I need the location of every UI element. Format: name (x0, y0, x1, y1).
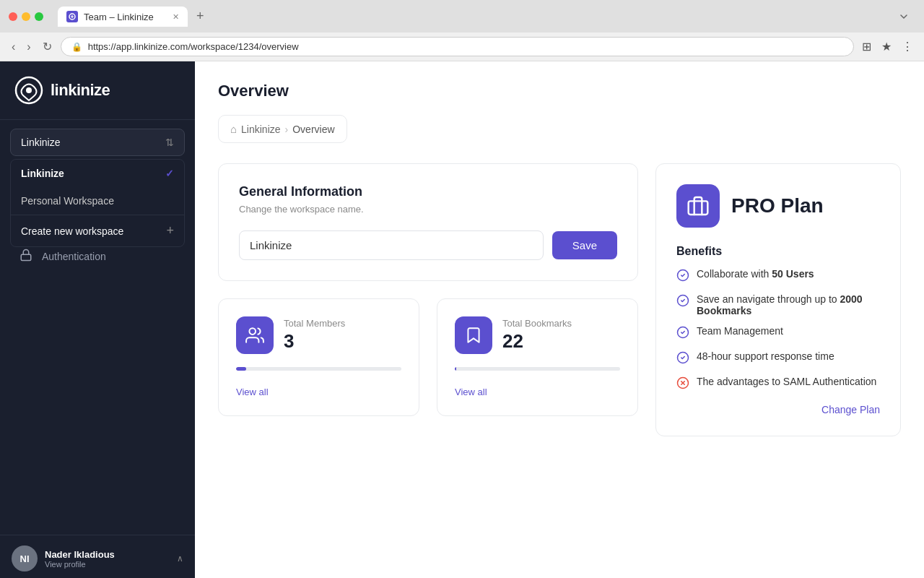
active-tab[interactable]: Team – Linkinize ✕ (58, 7, 188, 27)
create-workspace-label: Create new workspace (21, 225, 123, 237)
avatar-initials: NI (20, 553, 30, 564)
app-container: linkinize Linkinize ⇅ Linkinize ✓ Person… (0, 61, 924, 578)
benefit-item-5: The advantages to SAML Authentication (676, 376, 880, 392)
view-all-members[interactable]: View all (236, 387, 269, 397)
breadcrumb: ⌂ Linkinize › Overview (218, 115, 347, 143)
total-members-value: 3 (284, 330, 345, 353)
general-info-title: General Information (239, 184, 617, 199)
main-content-row: General Information Change the workspace… (218, 163, 901, 436)
stat-header-bookmarks: Total Bookmarks 22 (455, 316, 620, 354)
browser-titlebar: Team – Linkinize ✕ + (0, 0, 924, 33)
key-icon (19, 249, 33, 264)
benefit-text-5: The advantages to SAML Authentication (697, 376, 876, 387)
user-info: Nader Ikladious View profile (45, 549, 170, 569)
workspace-dropdown: Linkinize ⇅ Linkinize ✓ Personal Workspa… (10, 129, 185, 156)
chevron-up-icon[interactable]: ∧ (177, 553, 183, 564)
breadcrumb-separator: › (285, 124, 289, 135)
workspace-trigger[interactable]: Linkinize ⇅ (10, 129, 185, 156)
members-progress-bar (236, 367, 401, 371)
left-column: General Information Change the workspace… (218, 163, 638, 436)
benefit-text-4: 48-hour support response time (697, 350, 834, 362)
general-info-form: Save (239, 230, 617, 260)
back-button[interactable]: ‹ (9, 38, 18, 56)
authentication-label: Authentication (42, 251, 106, 262)
benefit-item-1: Collaborate with 50 Users (676, 268, 880, 285)
benefit-item-4: 48-hour support response time (676, 350, 880, 367)
workspace-personal-label: Personal Workspace (21, 195, 114, 207)
lock-icon: 🔒 (71, 42, 82, 52)
maximize-dot[interactable] (35, 12, 43, 21)
x-circle-icon-5 (676, 376, 689, 392)
workspace-item-linkinize[interactable]: Linkinize ✓ (11, 160, 184, 187)
browser-chrome: Team – Linkinize ✕ + ‹ › ↻ 🔒 https://app… (0, 0, 924, 61)
total-bookmarks-label: Total Bookmarks (502, 318, 572, 329)
logo-text: linkinize (51, 81, 110, 100)
check-circle-icon-1 (676, 269, 689, 285)
new-tab-button[interactable]: + (191, 6, 210, 27)
pro-card-header: PRO Plan (676, 184, 880, 228)
workspace-item-create[interactable]: Create new workspace + (11, 215, 184, 246)
extensions-button[interactable]: ⊞ (860, 38, 873, 56)
tab-close-button[interactable]: ✕ (173, 12, 179, 22)
chevron-down-icon (898, 11, 910, 22)
main-content: Overview ⌂ Linkinize › Overview General … (195, 61, 924, 578)
tab-title: Team – Linkinize (84, 12, 154, 22)
sidebar-logo: linkinize (0, 61, 195, 120)
stat-info-bookmarks: Total Bookmarks 22 (502, 318, 572, 353)
workspace-item-personal[interactable]: Personal Workspace (11, 187, 184, 215)
browser-dots (9, 12, 43, 21)
page-title: Overview (218, 82, 901, 100)
sidebar: linkinize Linkinize ⇅ Linkinize ✓ Person… (0, 61, 195, 578)
total-bookmarks-card: Total Bookmarks 22 View all (437, 298, 638, 416)
pro-plan-title: PRO Plan (731, 194, 824, 217)
menu-button[interactable]: ⋮ (899, 38, 915, 56)
total-members-card: Total Members 3 View all (218, 298, 419, 416)
view-all-bookmarks[interactable]: View all (455, 387, 487, 397)
bookmark-button[interactable]: ★ (879, 38, 894, 56)
check-circle-icon-2 (676, 294, 689, 310)
stat-header-members: Total Members 3 (236, 316, 401, 354)
refresh-button[interactable]: ↻ (40, 37, 55, 56)
check-icon: ✓ (165, 168, 174, 179)
view-profile-link[interactable]: View profile (45, 560, 170, 569)
breadcrumb-current: Overview (292, 124, 334, 135)
workspace-dropdown-menu: Linkinize ✓ Personal Workspace Create ne… (10, 159, 185, 247)
bookmarks-stat-icon (455, 316, 492, 354)
stats-row: Total Members 3 View all (218, 298, 638, 416)
benefit-item-3: Team Management (676, 325, 880, 342)
minimize-dot[interactable] (22, 12, 30, 21)
change-plan-button[interactable]: Change Plan (821, 404, 880, 415)
browser-toolbar: ‹ › ↻ 🔒 https://app.linkinize.com/worksp… (0, 33, 924, 61)
general-info-subtitle: Change the workspace name. (239, 204, 617, 215)
benefit-text-1: Collaborate with 50 Users (697, 268, 814, 280)
stat-info-members: Total Members 3 (284, 318, 345, 353)
bookmarks-progress-fill (455, 367, 456, 371)
benefit-text-3: Team Management (697, 325, 783, 337)
workspace-item-label: Linkinize (21, 168, 64, 179)
benefit-item-2: Save an navigate through up to 2000 Book… (676, 293, 880, 316)
total-bookmarks-value: 22 (502, 330, 572, 353)
browser-tabs: Team – Linkinize ✕ + (49, 6, 219, 27)
members-progress-fill (236, 367, 246, 371)
avatar: NI (12, 545, 38, 571)
svg-point-13 (249, 328, 256, 335)
forward-button[interactable]: › (24, 38, 33, 56)
check-circle-icon-4 (676, 351, 689, 367)
url-bar[interactable]: 🔒 https://app.linkinize.com/workspace/12… (61, 37, 854, 56)
workspace-name-input[interactable] (239, 230, 544, 260)
benefit-text-2: Save an navigate through up to 2000 Book… (697, 293, 880, 316)
logo-icon (14, 76, 43, 105)
tab-favicon (66, 11, 78, 22)
home-icon: ⌂ (230, 123, 237, 135)
pro-plan-icon (676, 184, 720, 228)
browser-actions: ⊞ ★ ⋮ (860, 38, 915, 56)
workspace-arrows-icon: ⇅ (165, 137, 174, 148)
breadcrumb-home: Linkinize (241, 124, 280, 135)
workspace-trigger-name: Linkinize (21, 137, 60, 148)
close-dot[interactable] (9, 12, 17, 21)
svg-point-2 (26, 87, 32, 93)
url-text: https://app.linkinize.com/workspace/1234… (88, 41, 299, 52)
pro-plan-card: PRO Plan Benefits Collaborate with 50 Us… (655, 163, 901, 436)
members-icon (236, 316, 274, 354)
save-button[interactable]: Save (552, 231, 617, 259)
